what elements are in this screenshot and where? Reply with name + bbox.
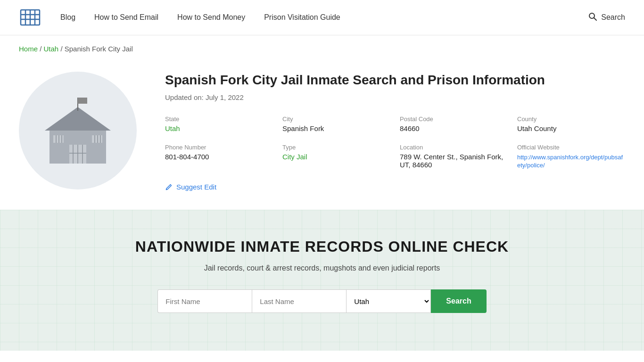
breadcrumb-home[interactable]: Home: [19, 45, 38, 53]
state-value[interactable]: Utah: [165, 124, 273, 132]
inmate-search-form: AlabamaAlaskaArizonaArkansasCaliforniaCo…: [19, 289, 625, 313]
jail-image: [19, 72, 137, 189]
nationwide-title: NATIONWIDE INMATE RECORDS ONLINE CHECK: [19, 238, 625, 255]
city-label: City: [282, 115, 390, 123]
phone-value: 801-804-4700: [165, 153, 273, 161]
search-button[interactable]: Search: [431, 289, 486, 313]
svg-rect-11: [78, 98, 87, 104]
page-title: Spanish Fork City Jail Inmate Search and…: [165, 72, 625, 89]
suggest-edit-button[interactable]: Suggest Edit: [165, 183, 625, 191]
county-field: County Utah County: [517, 115, 625, 132]
phone-label: Phone Number: [165, 144, 273, 151]
svg-line-7: [594, 18, 597, 21]
location-value: 789 W. Center St., Spanish Fork, UT, 846…: [400, 153, 508, 169]
main-nav: Blog How to Send Email How to Send Money…: [60, 13, 588, 22]
city-field: City Spanish Fork: [282, 115, 390, 132]
search-icon: [588, 12, 597, 23]
logo[interactable]: [19, 6, 41, 29]
nav-blog[interactable]: Blog: [60, 13, 75, 22]
website-field: Official Website http://www.spanishfork.…: [517, 144, 625, 169]
suggest-edit-label: Suggest Edit: [176, 183, 216, 191]
breadcrumb-sep2: /: [60, 45, 64, 53]
website-label: Official Website: [517, 144, 625, 151]
type-field: Type City Jail: [282, 144, 390, 169]
nationwide-subtitle: Jail records, court & arrest records, mu…: [19, 264, 625, 272]
phone-field: Phone Number 801-804-4700: [165, 144, 273, 169]
nav-send-money[interactable]: How to Send Money: [177, 13, 245, 22]
info-section: Spanish Fork City Jail Inmate Search and…: [165, 72, 625, 191]
state-label: State: [165, 115, 273, 123]
breadcrumb-current: Spanish Fork City Jail: [65, 45, 133, 53]
info-grid: State Utah City Spanish Fork Postal Code…: [165, 115, 625, 169]
breadcrumb-sep1: /: [40, 45, 43, 53]
website-link[interactable]: http://www.spanishfork.org/dept/pubsafet…: [517, 154, 623, 169]
location-label: Location: [400, 144, 508, 151]
county-value: Utah County: [517, 124, 625, 132]
logo-icon: [19, 6, 41, 29]
last-name-input[interactable]: [252, 289, 346, 313]
type-value[interactable]: City Jail: [282, 153, 390, 161]
search-label: Search: [601, 13, 625, 22]
postal-label: Postal Code: [400, 115, 508, 123]
state-field: State Utah: [165, 115, 273, 132]
pencil-icon: [165, 183, 173, 191]
postal-value: 84660: [400, 124, 508, 132]
jail-building-icon: [35, 93, 120, 168]
nav-visitation[interactable]: Prison Visitation Guide: [264, 13, 340, 22]
county-label: County: [517, 115, 625, 123]
search-trigger[interactable]: Search: [588, 12, 625, 23]
first-name-input[interactable]: [157, 289, 252, 313]
state-select[interactable]: AlabamaAlaskaArizonaArkansasCaliforniaCo…: [346, 289, 431, 313]
nav-send-email[interactable]: How to Send Email: [94, 13, 158, 22]
website-value[interactable]: http://www.spanishfork.org/dept/pubsafet…: [517, 153, 625, 169]
location-field: Location 789 W. Center St., Spanish Fork…: [400, 144, 508, 169]
bottom-section: NATIONWIDE INMATE RECORDS ONLINE CHECK J…: [0, 210, 644, 351]
postal-field: Postal Code 84660: [400, 115, 508, 132]
city-value: Spanish Fork: [282, 124, 390, 132]
type-label: Type: [282, 144, 390, 151]
main-content: Spanish Fork City Jail Inmate Search and…: [0, 62, 644, 210]
type-link[interactable]: City Jail: [282, 153, 307, 161]
updated-date: Updated on: July 1, 2022: [165, 93, 625, 101]
breadcrumb: Home / Utah / Spanish Fork City Jail: [0, 35, 644, 62]
state-link[interactable]: Utah: [165, 124, 180, 132]
breadcrumb-state[interactable]: Utah: [44, 45, 59, 53]
header: Blog How to Send Email How to Send Money…: [0, 0, 644, 35]
